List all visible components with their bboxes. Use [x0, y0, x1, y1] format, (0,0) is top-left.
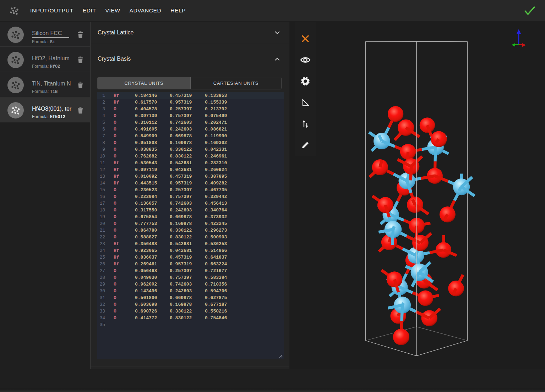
basis-row[interactable]: 11Hf0.5305430.5426810.282310	[97, 160, 284, 166]
delete-material-button[interactable]	[77, 107, 83, 114]
material-name[interactable]: Hf4O8(001), ter	[32, 105, 74, 112]
basis-row[interactable]: 15O0.2305230.2573970.467735	[97, 187, 284, 193]
close-viewer-button[interactable]	[295, 28, 316, 49]
basis-row[interactable]: 22O0.5888270.8301220.500903	[97, 234, 284, 241]
success-check-icon	[524, 6, 535, 15]
visibility-button[interactable]	[295, 49, 316, 71]
material-formula: Formula: Hf5O12	[32, 114, 75, 120]
basis-row[interactable]: 28O0.0490300.7573970.583384	[97, 274, 284, 281]
bottom-bar	[0, 369, 545, 388]
menu-edit[interactable]: EDIT	[83, 7, 96, 14]
material-item[interactable]: Hf4O8(001), ter Formula: Hf5O12	[0, 97, 91, 122]
basis-row[interactable]: 30O0.1434960.2426030.594706	[97, 288, 284, 294]
measure-button[interactable]	[295, 92, 316, 113]
basis-row[interactable]: 10O0.7628820.8301220.246961	[97, 153, 284, 160]
menu-advanced[interactable]: ADVANCED	[129, 7, 161, 14]
delete-material-button[interactable]	[77, 31, 83, 38]
material-item[interactable]: HfO2, Hafnium Formula: HfO2	[0, 47, 91, 72]
basis-row[interactable]: 1Hf0.1841460.4573190.133953	[97, 92, 284, 99]
basis-row[interactable]: 26Hf0.2694610.9573190.663224	[97, 261, 284, 267]
basis-row[interactable]: 7O0.8499090.6698780.119990	[97, 133, 284, 139]
gear-icon	[301, 77, 310, 86]
main-menu: INPUT/OUTPUT EDIT VIEW ADVANCED HELP	[30, 7, 186, 14]
close-icon	[301, 35, 309, 43]
panel-bottom-divider	[91, 366, 289, 366]
crystal-lattice-section-header[interactable]: Crystal Lattice	[91, 22, 289, 44]
material-formula: Formula: HfO2	[32, 64, 75, 69]
material-item[interactable]: TiN, Titanium N Formula: TiN	[0, 72, 91, 97]
basis-row[interactable]: 4O0.3971390.7573970.075499	[97, 112, 284, 119]
bottom-strip	[0, 390, 545, 392]
basis-row[interactable]: 9O0.0388350.3301220.042331	[97, 146, 284, 153]
chevron-up-icon[interactable]	[275, 57, 280, 61]
material-formula: Formula: Si	[32, 39, 75, 45]
basis-row[interactable]: 32O0.6036980.1698780.677187	[97, 301, 284, 308]
basis-row[interactable]: 18O0.3175500.2426030.340764	[97, 207, 284, 214]
basis-row[interactable]: 12Hf0.0971190.0426810.260924	[97, 166, 284, 173]
basis-row[interactable]: 27O0.0564680.2573970.721677	[97, 267, 284, 274]
basis-row[interactable]: 2Hf0.6175700.9573190.155339	[97, 99, 284, 106]
basis-row[interactable]: 34O0.4147720.8301220.754846	[97, 315, 284, 321]
up-down-arrows-icon	[301, 119, 310, 128]
axes-widget	[512, 29, 526, 47]
basis-row[interactable]: 3O0.4045780.2573970.213792	[97, 106, 284, 112]
basis-row[interactable]: 17O0.1360570.7426030.456413	[97, 200, 284, 207]
set-square-icon	[301, 98, 310, 107]
crystal-basis-section-header[interactable]: Crystal Basis	[91, 44, 289, 77]
material-formula: Formula: TiN	[32, 89, 75, 94]
crystal-3d-viewport[interactable]	[289, 21, 545, 369]
basis-row-empty[interactable]: 35	[97, 321, 284, 328]
top-menubar: INPUT/OUTPUT EDIT VIEW ADVANCED HELP	[0, 0, 545, 21]
crystal-lattice-title: Crystal Lattice	[98, 29, 133, 36]
sort-axes-button[interactable]	[295, 113, 316, 134]
eye-icon	[300, 56, 311, 64]
tab-cartesian-units[interactable]: CARTESIAN UNITS	[190, 77, 281, 89]
basis-row[interactable]: 16O0.2230840.7573970.329442	[97, 193, 284, 200]
materials-sidebar: Silicon FCC Formula: Si HfO2, Hafnium Fo…	[0, 22, 91, 369]
basis-row[interactable]: 19O0.6758540.6698780.373932	[97, 214, 284, 220]
material-avatar-icon	[7, 27, 24, 43]
basis-row[interactable]: 20O0.7777530.1698780.423245	[97, 220, 284, 227]
basis-row[interactable]: 6O0.4916050.2426030.086821	[97, 126, 284, 133]
edit-button[interactable]	[295, 134, 316, 156]
tab-crystal-units[interactable]: CRYSTAL UNITS	[98, 77, 190, 89]
material-name[interactable]: HfO2, Hafnium	[32, 55, 74, 62]
basis-row[interactable]: 14Hf0.4435150.9573190.409282	[97, 180, 284, 187]
menu-view[interactable]: VIEW	[105, 7, 120, 14]
delete-material-button[interactable]	[77, 82, 83, 88]
basis-row[interactable]: 33O0.6907260.3301220.550216	[97, 308, 284, 315]
material-item[interactable]: Silicon FCC Formula: Si	[0, 22, 91, 47]
editor-panel: Crystal Lattice Crystal Basis CRYSTAL UN…	[90, 22, 289, 369]
basis-row[interactable]: 24Hf0.9230650.0426810.514866	[97, 247, 284, 254]
material-name[interactable]: Silicon FCC	[32, 30, 69, 38]
material-avatar-icon	[7, 102, 24, 118]
basis-row[interactable]: 23Hf0.3564880.5426810.536253	[97, 241, 284, 247]
basis-row[interactable]: 25Hf0.8360370.4573190.641837	[97, 254, 284, 261]
delete-material-button[interactable]	[77, 56, 83, 63]
app-logo-icon[interactable]	[9, 5, 20, 16]
chevron-down-icon[interactable]	[275, 31, 280, 34]
basis-row[interactable]: 5O0.3101120.7426030.202471	[97, 119, 284, 126]
editor-resize-handle[interactable]	[278, 354, 283, 358]
material-name[interactable]: TiN, Titanium N	[32, 80, 74, 87]
material-avatar-icon	[7, 77, 24, 93]
menu-help[interactable]: HELP	[170, 7, 186, 14]
viewer-toolbar	[295, 22, 316, 156]
basis-row[interactable]: 8O0.9518080.1698780.169302	[97, 139, 284, 146]
basis-row[interactable]: 13Hf0.0100920.4573190.387895	[97, 173, 284, 180]
basis-row[interactable]: 29O0.9620020.7426030.710356	[97, 281, 284, 288]
material-avatar-icon	[7, 52, 24, 68]
pencil-icon	[301, 140, 310, 150]
settings-button[interactable]	[295, 71, 316, 92]
basis-code-editor[interactable]: 1Hf0.1841460.4573190.1339532Hf0.6175700.…	[97, 92, 284, 359]
units-tabs: CRYSTAL UNITS CARTESIAN UNITS	[97, 77, 282, 89]
basis-row[interactable]: 21O0.8647800.3301220.296273	[97, 227, 284, 234]
menu-input-output[interactable]: INPUT/OUTPUT	[30, 7, 73, 14]
basis-row[interactable]: 31O0.5018000.6698780.627875	[97, 294, 284, 301]
crystal-basis-title: Crystal Basis	[98, 56, 131, 62]
